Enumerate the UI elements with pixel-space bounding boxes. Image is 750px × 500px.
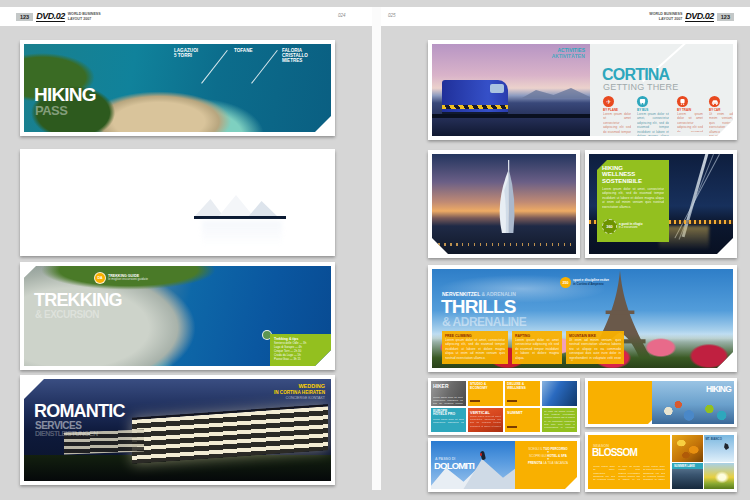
cortina-subtitle: GETTING THERE	[603, 82, 678, 92]
hiking-guell-card: HIKING	[585, 378, 737, 427]
header-subtitle: WORLD BUSINESS LAYOUT 2007	[649, 12, 682, 20]
services-row: Selected services Fitness Club Beauty tr…	[35, 243, 203, 248]
wedding-line: WEDDING	[274, 383, 325, 390]
transport-copy: Lorem ipsum dolor sit amet consectetur a…	[677, 112, 703, 132]
burj-photo-card	[428, 150, 580, 258]
intro-copy-col1: Lorem ipsum dolor sit amet, consectetur …	[35, 213, 87, 239]
service-item: Beauty treatment	[111, 243, 139, 247]
badge-caption-line: in Cortina d'Ampezzo	[573, 283, 609, 287]
blossom-photo-grid: MT. BIANCO SUMMER LAKE	[672, 435, 734, 489]
bridge-night-photo: HIKING WELLNESS SOSTENIBILE Lorem ipsum …	[589, 154, 733, 254]
activities-label-de: AKTIVITÄTEN	[552, 54, 585, 60]
step-light: LA TUA VACANZA	[543, 461, 568, 465]
opera-sail	[194, 199, 224, 217]
burj-al-arab-silhouette	[480, 160, 530, 236]
tile-copy: Lorem ipsum dolor sit amet consectetur a…	[433, 418, 464, 426]
cliff-sea-photo: DA TREKKING GUIDE le migliori escursioni…	[24, 266, 331, 366]
blossom-copy-col2: Ut enim ad minim veniam, quis nostrud ex…	[618, 465, 640, 483]
peak-label-lagazuoi: LAGAZUOI 5 TORRI	[174, 48, 198, 58]
sunrise-field-photo	[704, 463, 735, 490]
burj-sunset-photo	[432, 154, 576, 254]
callout-line	[201, 50, 228, 84]
page-number-badge: 123	[717, 13, 734, 21]
points-value: 360	[606, 224, 613, 229]
tile-hiker: HIKER Lorem ipsum dolor sit amet consect…	[431, 381, 466, 406]
callout-line	[251, 50, 278, 84]
climber-photo: A PASSO DI DOLOMITI	[431, 441, 515, 489]
car-glyph	[711, 98, 719, 106]
banner-title: THRILLS	[441, 298, 516, 316]
tile-grid: HIKER Lorem ipsum dolor sit amet consect…	[431, 381, 577, 432]
header-subtitle-line2: LAYOUT 2007	[68, 17, 101, 21]
blossom-copy-col3: Lorem ipsum dolor sit amet consectetur a…	[643, 465, 665, 483]
train-icon	[677, 96, 688, 107]
banner-title: ROMANTIC	[34, 403, 125, 420]
tile-rule	[507, 400, 517, 402]
tile-rule	[507, 426, 517, 428]
page-number-badge: 123	[16, 13, 33, 21]
trekking-badge: DA TREKKING GUIDE le migliori escursioni…	[94, 272, 148, 284]
step-light: SCOPRI GLI	[529, 454, 546, 458]
banner-subtitle: & ADRENALINE	[442, 317, 526, 328]
header-subtitle-line1: WORLD BUSINESS	[649, 12, 682, 16]
banner-subtitle: PASS	[35, 105, 67, 117]
romantic-services-banner: ROMANTIC SERVICES DIENSTLEISTUNGEN WEDDI…	[20, 375, 335, 485]
green-box-copy: Lorem ipsum dolor sit amet, consectetur …	[602, 187, 664, 217]
sun-badge-icon: DA	[94, 272, 106, 284]
count-value: 250	[563, 281, 569, 285]
autumn-leaves-photo	[672, 435, 703, 462]
hiking-wellness-box: HIKING WELLNESS SOSTENIBILE Lorem ipsum …	[597, 160, 669, 242]
header-subtitle: WORLD BUSINESS LAYOUT 2007	[68, 12, 101, 20]
hiking-title: HIKING	[706, 385, 731, 393]
excursion-item: Passo Giau — 3h 15	[274, 357, 331, 361]
ski-jump-photo: MT. BIANCO	[704, 435, 735, 462]
banner-subtitle-de: DIENSTLEISTUNGEN	[35, 431, 98, 438]
hiking-guell-inner: HIKING	[588, 381, 734, 424]
transport-bus: BY BUS Lorem ipsum dolor sit amet, conse…	[637, 96, 669, 136]
train-photo: ACTIVITIES AKTIVITÄTEN	[432, 44, 590, 136]
banner-title: HIKING	[34, 86, 96, 104]
tile-label: HIKER	[433, 383, 449, 389]
brand-logo: DVD.02	[685, 11, 714, 22]
plane-icon: ✈	[603, 96, 614, 107]
header-subtitle-line1: WORLD BUSINESS	[68, 12, 101, 16]
eiffel-flowers-photo: NERVENKITZEL & ADRENALIN THRILLS & ADREN…	[432, 269, 733, 368]
skier-silhouette	[724, 443, 729, 450]
peak-name: MIETRES	[282, 58, 308, 63]
tile-architecture-photo	[542, 381, 577, 406]
banner-subtitle: HOTEL	[35, 199, 66, 209]
tile-deluxe-wellness: DELUXE & WELLNESS	[505, 381, 540, 406]
transport-plane: ✈ BY PLANE Lorem ipsum dolor sit amet co…	[603, 96, 631, 134]
tile-grid-card: HIKER Lorem ipsum dolor sit amet consect…	[428, 378, 580, 435]
tile-summit: SUMMIT	[505, 408, 540, 433]
opera-house-silhouette	[194, 193, 290, 217]
opera-sail	[248, 201, 278, 217]
dolomiti-title: DOLOMITI	[434, 461, 474, 470]
activity-box-copy: Ut enim ad minim veniam, quis nostrud ex…	[569, 338, 621, 361]
photo-caption: ACTIVITIES AKTIVITÄTEN	[552, 48, 585, 60]
magazine-spread: 123 DVD.02 WORLD BUSINESS LAYOUT 2007 02…	[0, 0, 750, 500]
left-page-folio: 024	[338, 13, 346, 18]
hotel-building-photo: ROMANTIC SERVICES DIENSTLEISTUNGEN WEDDI…	[24, 379, 331, 481]
peak-name: 5 TORRI	[174, 53, 198, 58]
tile-contact: Ut enim ad minim veniam, quis nostrud ex…	[542, 408, 577, 433]
hiking-wellness-card: HIKING WELLNESS SOSTENIBILE Lorem ipsum …	[585, 150, 737, 258]
wedding-corner: WEDDING IN CORTINA HEIRATEN CONCIERGE KO…	[274, 383, 325, 400]
transport-copy: Lorem ipsum dolor sit amet, consectetur …	[637, 112, 669, 136]
pool-icon	[170, 243, 175, 248]
photo-caption: MT. BIANCO	[706, 437, 722, 441]
badge-360: 360 a punti in rifugio e 2 escursioni	[602, 219, 664, 234]
opera-sail	[218, 195, 254, 217]
tile-label: WELLNESS	[507, 387, 538, 391]
bus-glyph	[639, 98, 646, 105]
hiking-pass-banner: HIKING PASS LAGAZUOI 5 TORRI TOFANE FALO…	[20, 40, 335, 136]
activity-box-copy: Lorem ipsum dolor sit amet consectetur a…	[515, 338, 559, 361]
lagoon-photo: HIKING PASS LAGAZUOI 5 TORRI TOFANE FALO…	[24, 44, 331, 132]
transport-copy: Lorem ipsum dolor sit amet consectetur a…	[603, 112, 631, 134]
tile-copy: Lorem ipsum dolor sit amet consectetur a…	[433, 396, 463, 404]
wedding-line: IN CORTINA HEIRATEN	[274, 390, 325, 396]
points-caption-line: e 2 escursioni	[619, 226, 643, 230]
step-light: SCEGLI IL	[528, 447, 542, 451]
count-badge-icon: 250	[560, 277, 571, 288]
points-caption: a punti in rifugio e 2 escursioni	[619, 223, 643, 230]
